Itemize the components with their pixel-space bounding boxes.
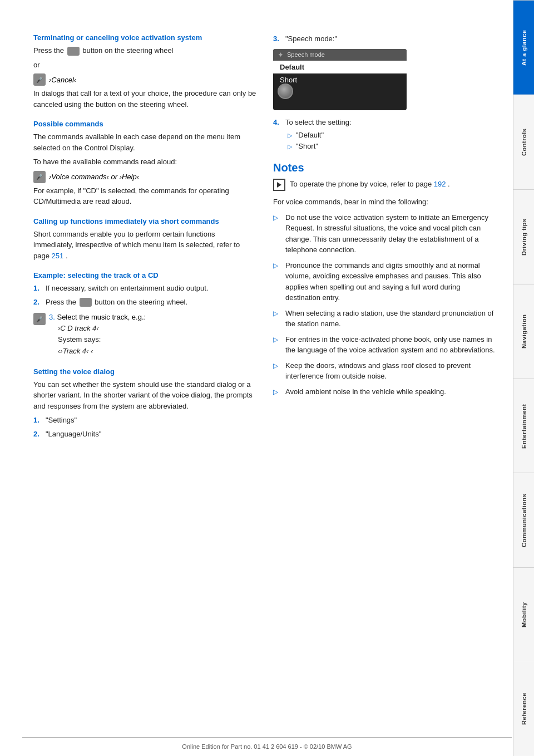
speech-mode-icon: ✦ — [278, 51, 284, 59]
note-item-3: ▷ When selecting a radio station, use th… — [273, 308, 496, 330]
step4-list: 4. To select the setting: ▷ "Default" ▷ … — [273, 117, 496, 152]
settings-step-1: 1. "Settings" — [33, 415, 256, 426]
heading-example-cd: Example: selecting the track of a CD — [33, 271, 256, 279]
para-or: or — [33, 60, 256, 71]
sidebar-tab-controls[interactable]: Controls — [513, 95, 534, 189]
para-commands-3: For example, if "CD" is selected, the co… — [33, 185, 256, 207]
sidebar-tab-communications[interactable]: Communications — [513, 473, 534, 567]
note-item-4: ▷ For entries in the voice-activated pho… — [273, 334, 496, 356]
step-1: 1. If necessary, switch on entertainment… — [33, 283, 256, 294]
voice-mic-icon-3: 🎤 — [33, 313, 46, 325]
speech-mode-option-short: Short — [273, 73, 407, 86]
notes-list: ▷ Do not use the voice activation system… — [273, 212, 496, 397]
para-commands-2: To have the available commands read alou… — [33, 156, 256, 168]
page-footer: Online Edition for Part no. 01 41 2 604 … — [22, 737, 512, 750]
para-cancel-info: In dialogs that call for a text of your … — [33, 88, 256, 110]
notes-section: Notes To operate the phone by voice, ref… — [273, 161, 496, 397]
note-item-6: ▷ Avoid ambient noise in the vehicle whi… — [273, 386, 496, 397]
right-steps: 3. "Speech mode:" — [273, 33, 496, 45]
sidebar-tab-entertainment[interactable]: Entertainment — [513, 379, 534, 473]
settings-steps: 1. "Settings" 2. "Language/Units" — [33, 415, 256, 439]
option-short: ▷ "Short" — [288, 141, 352, 152]
sidebar-tab-driving-tips[interactable]: Driving tips — [513, 189, 534, 284]
ref-icon — [273, 179, 285, 191]
speech-mode-screenshot: ✦ Speech mode Default Short — [273, 49, 407, 110]
step-3-sub: ›C D track 4‹ System says: ‹›Track 4‹ ‹ — [58, 323, 256, 357]
steps-list: 1. If necessary, switch on entertainment… — [33, 283, 256, 307]
note-item-2: ▷ Pronounce the commands and digits smoo… — [273, 260, 496, 303]
note-item-1: ▷ Do not use the voice activation system… — [273, 212, 496, 256]
speech-mode-title-bar: ✦ Speech mode — [273, 49, 407, 61]
voice-commands-line: 🎤 ›Voice commands‹ or ›Help‹ — [33, 171, 256, 183]
note-ref-page: 192 — [434, 180, 446, 188]
right-step-3: 3. "Speech mode:" — [273, 33, 496, 45]
heading-possible-commands: Possible commands — [33, 120, 256, 128]
heading-setting-voice-dialog: Setting the voice dialog — [33, 367, 256, 376]
voice-mic-icon-2: 🎤 — [33, 171, 46, 183]
voice-command-text: ›Voice commands‹ or ›Help‹ — [49, 173, 139, 181]
steering-wheel-button-icon — [67, 47, 80, 56]
steering-wheel-button-icon-2 — [80, 298, 92, 307]
sidebar-tab-reference[interactable]: Reference — [513, 662, 534, 756]
page-ref-251: 251 — [52, 252, 64, 260]
sidebar-tab-navigation[interactable]: Navigation — [513, 284, 534, 379]
sidebar: At a glance Controls Driving tips Naviga… — [513, 0, 534, 756]
para-setting-info: You can set whether the system should us… — [33, 379, 256, 412]
heading-calling-up: Calling up functions immediately via sho… — [33, 217, 256, 225]
note-item-5: ▷ Keep the doors, windows and glass roof… — [273, 360, 496, 382]
para-short-commands: Short commands enable you to perform cer… — [33, 229, 256, 262]
para-press-button: Press the button on the steering wheel — [33, 45, 256, 56]
right-column: 3. "Speech mode:" ✦ Speech mode Default … — [273, 33, 496, 723]
settings-step-2: 2. "Language/Units" — [33, 429, 256, 440]
para-commands-1: The commands available in each case depe… — [33, 131, 256, 153]
step-2: 2. Press the button on the steering whee… — [33, 297, 256, 308]
notes-title: Notes — [273, 161, 496, 174]
svg-marker-0 — [277, 182, 281, 188]
footer-text: Online Edition for Part no. 01 41 2 604 … — [182, 743, 352, 750]
left-column: Terminating or canceling voice activatio… — [33, 33, 256, 723]
voice-mic-icon: 🎤 — [33, 73, 46, 86]
speech-mode-option-default: Default — [273, 61, 407, 73]
sidebar-tab-at-a-glance[interactable]: At a glance — [513, 0, 534, 95]
option-default: ▷ "Default" — [288, 130, 352, 141]
cancel-command-line: 🎤 ›Cancel‹ — [33, 73, 256, 86]
note-ref-box: To operate the phone by voice, refer to … — [273, 179, 496, 191]
step-4: 4. To select the setting: ▷ "Default" ▷ … — [273, 117, 496, 152]
sidebar-tab-mobility[interactable]: Mobility — [513, 567, 534, 662]
speech-mode-title: Speech mode — [287, 51, 325, 58]
speech-mode-knob — [278, 84, 293, 99]
step-3-container: 🎤 3. Select the music track, e.g.: ›C D … — [33, 312, 256, 357]
notes-intro: For voice commands, bear in mind the fol… — [273, 197, 496, 208]
heading-terminating: Terminating or canceling voice activatio… — [33, 33, 256, 42]
cancel-command-text: ›Cancel‹ — [49, 76, 76, 84]
note-ref-text: To operate the phone by voice, refer to … — [290, 180, 432, 188]
